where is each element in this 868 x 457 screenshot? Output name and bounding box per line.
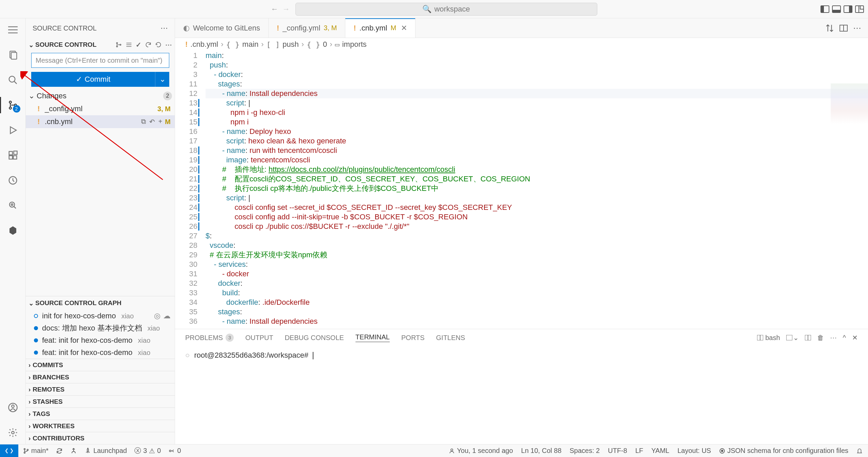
kill-terminal-icon[interactable]: 🗑 [817,334,824,342]
nav-forward-icon[interactable]: → [283,5,290,14]
open-file-icon[interactable]: ⧉ [141,118,146,126]
editor-more-icon[interactable]: ⋯ [853,23,861,33]
graph-section-header[interactable]: ⌄ SOURCE CONTROL GRAPH [26,296,175,310]
launchpad-indicator[interactable]: Launchpad [84,447,127,455]
sidebar-section-stashes[interactable]: › STASHES [26,395,175,408]
maximize-panel-icon[interactable]: ^ [843,334,846,342]
toggle-secondary-sidebar-icon[interactable] [844,5,852,13]
changed-file-item[interactable]: !.cnb.yml ⧉↶+M [26,115,175,128]
accounts-icon[interactable] [6,401,20,414]
editor-tab[interactable]: ◐Welcome to GitLens [175,18,269,38]
source-control-icon[interactable]: 2 [6,98,20,112]
terminal[interactable]: ○ root@283255d6a368:/workspace# [175,346,868,444]
scm-more-icon[interactable]: ⋯ [165,41,172,49]
cloud-icon[interactable]: ☁ [163,312,171,320]
branch-indicator[interactable]: main* [23,447,49,455]
split-editor-icon[interactable] [840,25,848,32]
tab-problems[interactable]: PROBLEMS 3 [185,334,234,342]
svg-rect-1 [11,53,17,59]
tab-output[interactable]: OUTPUT [245,334,273,342]
blame-indicator[interactable]: You, 1 second ago [449,447,513,455]
sync-indicator[interactable] [56,448,63,454]
line-number: 27 [175,231,197,241]
line-number: 1 [175,51,197,60]
graph-detail-icon[interactable]: ◎ [154,312,160,320]
sidebar-section-worktrees[interactable]: › WORKTREES [26,420,175,432]
graph-commit-item[interactable]: feat: init for hexo-cos-demo xiao [26,346,175,359]
eol-indicator[interactable]: LF [635,447,643,455]
cnb-icon[interactable] [6,224,20,237]
keyboard-layout-indicator[interactable]: Layout: US [677,447,711,455]
minimap[interactable] [831,83,868,151]
customize-layout-icon[interactable] [855,5,864,13]
encoding-indicator[interactable]: UTF-8 [608,447,627,455]
nav-back-icon[interactable]: ← [271,5,278,14]
new-terminal-icon[interactable]: ⌄ [786,334,799,342]
sidebar-section-tags[interactable]: › TAGS [26,408,175,420]
panel-more-icon[interactable]: ⋯ [830,334,837,342]
remote-indicator[interactable] [0,444,18,457]
code-editor[interactable]: 1231112131415161718192021222324252627282… [175,51,868,329]
run-debug-icon[interactable] [6,123,20,137]
close-panel-icon[interactable]: ✕ [852,334,858,342]
schema-indicator[interactable]: JSON schema for cnb configuration files [719,447,848,455]
graph-icon[interactable] [115,41,122,48]
command-center[interactable]: 🔍 workspace [295,3,597,16]
chevron-right-icon: › [28,374,31,381]
cursor-position[interactable]: Ln 10, Col 88 [521,447,561,455]
list-tree-icon[interactable] [126,42,132,48]
stage-icon[interactable]: + [158,118,162,126]
terminal-profile[interactable]: bash [757,334,780,342]
editor-tab[interactable]: !.cnb.ymlM✕ [345,18,416,38]
breadcrumb[interactable]: ! .cnb.yml ›{ }main ›[ ]push ›{ }0 ›▭imp… [175,38,868,51]
toggle-panel-icon[interactable] [832,5,841,13]
tab-debug[interactable]: DEBUG CONSOLE [285,334,344,342]
graph-commit-item[interactable]: init for hexo-cos-demo xiao ◎☁ [26,310,175,322]
compare-changes-icon[interactable] [825,24,834,33]
git-publish-indicator[interactable] [70,448,77,454]
extensions-icon[interactable] [6,148,20,162]
gitlens-inspect-icon[interactable] [6,199,20,212]
settings-gear-icon[interactable] [6,426,20,439]
undo-icon[interactable] [155,41,162,48]
chevron-right-icon: › [28,386,31,393]
language-indicator[interactable]: YAML [651,447,669,455]
graph-commit-item[interactable]: feat: init for hexo-cos-demo xiao [26,334,175,346]
toggle-primary-sidebar-icon[interactable] [821,5,829,13]
file-status: M [165,118,171,126]
tab-gitlens[interactable]: GITLENS [436,334,465,342]
commit-button[interactable]: ✓ Commit [31,72,155,87]
split-terminal-icon[interactable] [805,335,811,340]
refresh-icon[interactable] [145,41,152,48]
ports-indicator[interactable]: 0 [168,447,181,455]
commit-dropdown[interactable]: ⌄ [155,72,169,87]
code-line: - name: Install dependencies [206,317,868,326]
tab-terminal-label: TERMINAL [355,333,390,341]
explorer-icon[interactable] [6,48,20,62]
changed-file-item[interactable]: !_config.yml 3, M [26,102,175,115]
commit-message-input[interactable] [31,53,169,68]
menu-icon[interactable] [6,23,20,37]
diagnostics-indicator[interactable]: ⓧ3 ⚠0 [134,446,161,455]
close-tab-icon[interactable]: ✕ [401,24,407,33]
discard-icon[interactable]: ↶ [149,118,155,126]
editor-tab[interactable]: !_config.yml3, M [269,18,346,38]
line-number: 34 [175,298,197,307]
changes-header[interactable]: ⌄ Changes 2 [26,90,175,102]
indent-indicator[interactable]: Spaces: 2 [570,447,600,455]
notifications-icon[interactable] [856,448,863,454]
graph-commit-item[interactable]: docs: 增加 hexo 基本操作文档 xiao [26,322,175,334]
commit-check-icon[interactable]: ✓ [136,41,141,49]
search-activity-icon[interactable] [6,73,20,87]
tab-terminal[interactable]: TERMINAL [355,333,390,342]
sidebar-section-branches[interactable]: › BRANCHES [26,371,175,383]
line-number: 12 [175,89,197,98]
line-number: 29 [175,250,197,260]
sidebar-section-remotes[interactable]: › REMOTES [26,383,175,395]
scm-repo-header[interactable]: ⌄ SOURCE CONTROL ✓ ⋯ [26,38,175,52]
sidebar-more-icon[interactable]: ⋯ [160,24,168,33]
sidebar-section-contributors[interactable]: › CONTRIBUTORS [26,432,175,444]
gitlens-activity-icon[interactable] [6,174,20,187]
tab-ports[interactable]: PORTS [401,334,425,342]
sidebar-section-commits[interactable]: › COMMITS [26,359,175,371]
